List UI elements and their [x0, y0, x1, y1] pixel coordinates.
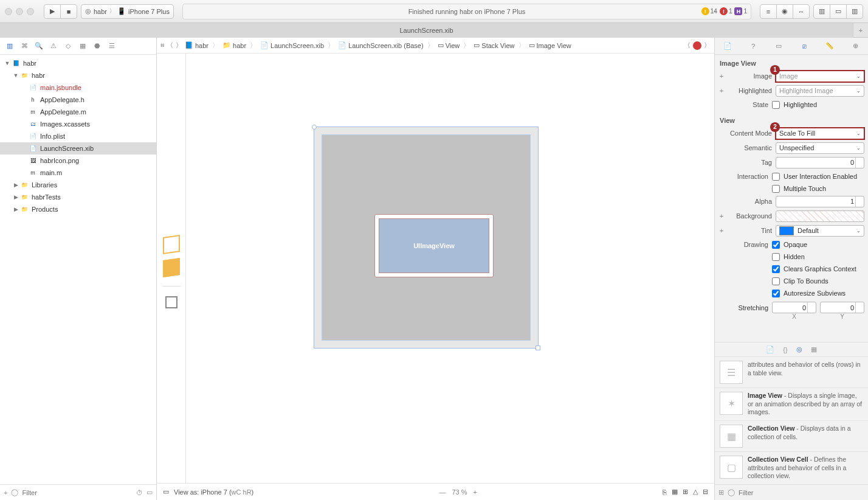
scheme-selector[interactable]: ◎ habr 〉 📱 iPhone 7 Plus: [81, 4, 174, 19]
tree-file[interactable]: mAppDelegate.m: [0, 106, 156, 118]
add-trait-button[interactable]: +: [718, 212, 725, 220]
jump-seg[interactable]: 📘habr: [185, 41, 208, 49]
uiimageview-element[interactable]: UIImageView: [374, 214, 494, 277]
add-trait-button[interactable]: +: [718, 72, 725, 80]
tree-file[interactable]: 📄main.jsbundle: [0, 82, 156, 94]
assistant-editor-button[interactable]: ◉: [776, 4, 793, 19]
new-tab-button[interactable]: +: [853, 27, 868, 34]
resize-handle-icon[interactable]: [312, 125, 317, 130]
library-item[interactable]: ▢ Collection View Cell - Defines the att…: [715, 451, 868, 484]
clip-bounds-checkbox[interactable]: [772, 277, 780, 285]
tree-group[interactable]: ▼📁habr: [0, 69, 156, 82]
debug-navigator-icon[interactable]: ▦: [77, 40, 89, 52]
jump-seg[interactable]: 📁habr: [222, 41, 246, 49]
autoresize-checkbox[interactable]: [772, 290, 780, 297]
code-snippet-lib-icon[interactable]: {}: [783, 346, 787, 353]
jump-seg[interactable]: ▭Image View: [529, 41, 571, 49]
root-view[interactable]: UIImageView: [322, 134, 531, 341]
prev-issue-button[interactable]: 〈: [684, 41, 691, 50]
outline-toggle-icon[interactable]: ▭: [163, 488, 169, 496]
state-highlighted-checkbox[interactable]: [772, 101, 780, 109]
breakpoint-navigator-icon[interactable]: ⬣: [91, 40, 103, 52]
background-color-well[interactable]: [776, 210, 864, 222]
tree-file[interactable]: 📄Info.plist: [0, 130, 156, 142]
toggle-debug-button[interactable]: ▭: [830, 4, 847, 19]
tint-combo[interactable]: Default⌄: [776, 225, 864, 237]
recent-filter-icon[interactable]: ⏱: [136, 489, 143, 496]
file-template-lib-icon[interactable]: 📄: [766, 345, 774, 353]
file-inspector-icon[interactable]: 📄: [721, 42, 734, 50]
test-navigator-icon[interactable]: ◇: [62, 40, 74, 52]
device-frame[interactable]: UIImageView: [314, 127, 539, 349]
zoom-in-button[interactable]: +: [473, 488, 477, 496]
toggle-inspector-button[interactable]: ▥: [846, 4, 863, 19]
tree-group[interactable]: ▶📁habrTests: [0, 191, 156, 203]
tree-group[interactable]: ▶📁Libraries: [0, 179, 156, 191]
attributes-inspector-icon[interactable]: ⎚: [797, 43, 811, 50]
version-editor-button[interactable]: ↔: [793, 4, 810, 19]
find-navigator-icon[interactable]: 🔍: [33, 40, 45, 52]
identity-inspector-icon[interactable]: ▭: [772, 42, 785, 50]
tree-file[interactable]: 🗂Images.xcassets: [0, 118, 156, 130]
stop-button[interactable]: ■: [60, 4, 77, 19]
placeholder-cube-icon[interactable]: [163, 235, 180, 254]
tree-file-selected[interactable]: 📄LaunchScreen.xib: [0, 142, 156, 155]
warning-badge[interactable]: !14: [701, 7, 717, 15]
add-trait-button[interactable]: +: [718, 87, 725, 94]
close-window-icon[interactable]: [5, 8, 12, 15]
jump-seg[interactable]: 📄LaunchScreen.xib: [260, 41, 324, 49]
ib-canvas[interactable]: UIImageView: [186, 54, 714, 483]
stretch-x-stepper[interactable]: 0: [772, 302, 816, 313]
resolve-button[interactable]: △: [693, 488, 698, 496]
jump-seg[interactable]: ▭Stack View: [474, 41, 514, 49]
embed-button[interactable]: ⎘: [663, 488, 667, 496]
opaque-checkbox[interactable]: [772, 241, 780, 249]
view-as-label[interactable]: View as: iPhone 7 (wC hR): [174, 488, 253, 496]
align-button[interactable]: ▦: [672, 488, 678, 496]
related-items-icon[interactable]: ⌗: [160, 41, 164, 49]
view-selector-icon[interactable]: [165, 296, 177, 308]
zoom-level[interactable]: 73 %: [452, 488, 467, 496]
multiple-touch-checkbox[interactable]: [772, 185, 780, 193]
zoom-out-button[interactable]: —: [439, 488, 446, 496]
library-filter-input[interactable]: [739, 489, 864, 496]
jump-seg[interactable]: 📄LaunchScreen.xib (Base): [338, 41, 424, 49]
pin-button[interactable]: ⊞: [683, 488, 688, 496]
help-inspector-icon[interactable]: ?: [746, 43, 760, 50]
stack-button[interactable]: ⊟: [703, 488, 708, 496]
scm-filter-icon[interactable]: ▭: [146, 488, 153, 496]
clears-graphics-checkbox[interactable]: [772, 265, 780, 273]
toggle-navigator-button[interactable]: ▥: [813, 4, 830, 19]
resize-handle-icon[interactable]: [536, 345, 540, 350]
tree-file[interactable]: mmain.m: [0, 167, 156, 179]
library-item[interactable]: ▦ Collection View - Displays data in a c…: [715, 420, 868, 451]
navigator-filter-input[interactable]: [22, 489, 133, 496]
error-badge[interactable]: !1: [720, 7, 732, 15]
project-navigator-icon[interactable]: ▥: [4, 40, 16, 52]
grid-toggle-icon[interactable]: ⊞: [718, 488, 724, 496]
object-lib-icon[interactable]: ◎: [796, 345, 802, 353]
user-interaction-checkbox[interactable]: [772, 173, 780, 181]
forward-button[interactable]: 〉: [176, 41, 182, 50]
library-item[interactable]: ☰ attributes and behavior of cells (rows…: [715, 356, 868, 387]
stretch-y-stepper[interactable]: 0: [820, 302, 864, 313]
add-trait-button[interactable]: +: [718, 227, 725, 234]
library-item[interactable]: ✶ Image View - Displays a single image, …: [715, 387, 868, 420]
tree-group[interactable]: ▶📁Products: [0, 203, 156, 215]
next-issue-button[interactable]: 〉: [704, 41, 711, 50]
tree-file[interactable]: 🖼habrIcon.png: [0, 155, 156, 167]
image-combo[interactable]: 1 Image⌄: [776, 71, 864, 82]
analyze-badge[interactable]: H1: [734, 7, 747, 15]
tag-stepper[interactable]: 0: [776, 157, 864, 168]
standard-editor-button[interactable]: ≡: [760, 4, 777, 19]
tab-launchscreen[interactable]: LaunchScreen.xib: [0, 23, 853, 38]
media-lib-icon[interactable]: ▦: [811, 345, 817, 353]
issue-indicator-icon[interactable]: [693, 41, 701, 50]
back-button[interactable]: 〈: [167, 41, 173, 50]
highlighted-combo[interactable]: Highlighted Image⌄: [776, 85, 864, 97]
scene-cube-icon[interactable]: [163, 258, 180, 277]
hidden-checkbox[interactable]: [772, 253, 780, 261]
content-mode-combo[interactable]: 2 Scale To Fill⌄: [776, 128, 864, 139]
tree-file[interactable]: hAppDelegate.h: [0, 94, 156, 106]
symbol-navigator-icon[interactable]: ⌘: [18, 40, 30, 52]
